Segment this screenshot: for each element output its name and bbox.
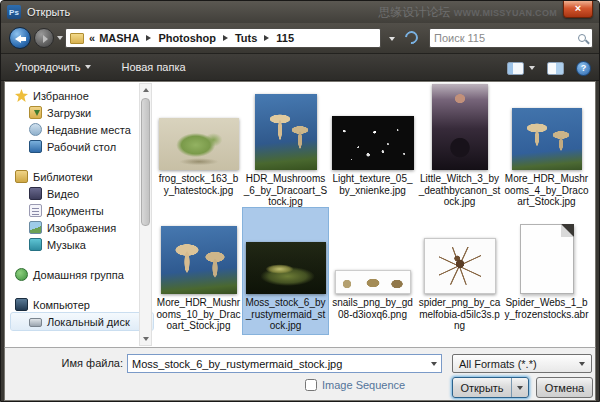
image-sequence-label: Image Sequence [322, 379, 405, 391]
file-thumbnail [432, 94, 488, 170]
search-box[interactable] [429, 28, 593, 48]
folder-icon [70, 33, 84, 44]
breadcrumb-item[interactable]: 115 [276, 32, 294, 44]
file-item[interactable]: HDR_Mushrooms_6_by_Dracoart_Stock.jpg [243, 94, 328, 208]
search-input[interactable] [434, 32, 578, 44]
close-button[interactable]: × [563, 1, 593, 18]
breadcrumb-prefix: « [89, 32, 95, 44]
file-thumbnail [424, 208, 496, 294]
dialog-footer: Имя файла: All Formats (*.*) Image Seque… [4, 347, 596, 401]
file-item[interactable]: Spider_Webs_1_by_frozenstocks.abr [504, 208, 589, 334]
back-arrow-stem [20, 37, 26, 41]
open-split-dropdown[interactable] [511, 378, 528, 397]
desktop-icon [29, 140, 42, 153]
video-icon [29, 187, 42, 200]
format-value: All Formats (*.*) [459, 358, 537, 370]
sidebar-item-label: Рабочий стол [47, 141, 116, 153]
file-thumbnail [512, 94, 582, 170]
sidebar-item-libraries[interactable]: Библиотеки [11, 168, 153, 185]
new-folder-label: Новая папка [121, 61, 185, 73]
sidebar-list: ИзбранноеЗагрузкиНедавние местаРабочий с… [5, 82, 153, 347]
command-toolbar: Упорядочить Новая папка ? [1, 53, 599, 81]
open-button-label: Открыть [453, 382, 511, 394]
sidebar-item-music[interactable]: Музыка [11, 236, 153, 253]
sidebar-item-video[interactable]: Видео [11, 185, 153, 202]
refresh-icon[interactable] [402, 28, 420, 46]
sidebar-item-documents[interactable]: Документы [11, 202, 153, 219]
sidebar-item-label: Загрузки [47, 107, 91, 119]
breadcrumb-separator-icon[interactable] [146, 35, 151, 41]
filename-dropdown-icon[interactable] [426, 355, 441, 372]
filename-field [127, 354, 442, 373]
sidebar-item-homegroup[interactable]: Домашняя группа [11, 266, 153, 283]
sidebar-item-label: Локальный диск [47, 316, 130, 328]
forward-button[interactable] [34, 28, 54, 48]
scroll-up-icon[interactable] [140, 84, 151, 96]
file-item[interactable]: frog_stock_163_by_hatestock.jpg [156, 94, 241, 208]
scrollbar-thumb[interactable] [141, 98, 150, 226]
new-folder-button[interactable]: Новая папка [113, 57, 193, 77]
format-select[interactable]: All Formats (*.*) [452, 354, 592, 373]
file-item[interactable]: More_HDR_Mushrooms_10_by_Dracoart_Stock.… [156, 208, 241, 334]
file-item[interactable]: Light_texture_05_by_xnienke.jpg [330, 94, 415, 208]
thumbnail-image [246, 242, 326, 294]
file-name: frog_stock_163_by_hatestock.jpg [157, 173, 241, 196]
sidebar-scrollbar[interactable] [139, 83, 152, 346]
file-item[interactable]: snails_png_by_gd08-d3ioxq6.png [330, 208, 415, 334]
organize-label: Упорядочить [15, 61, 80, 73]
toolbar-right-icons: ? [507, 54, 591, 82]
preview-pane-icon[interactable] [547, 62, 564, 75]
breadcrumb-item[interactable]: Tuts [235, 32, 257, 44]
libraries-icon [15, 170, 28, 183]
scroll-down-icon[interactable] [140, 333, 151, 345]
file-item[interactable]: Moss_stock_6_by_rustymermaid_stock.jpg [243, 208, 328, 334]
file-item[interactable]: More_HDR_Mushrooms_4_by_Dracoart_Stock.j… [504, 94, 589, 208]
sidebar-item-favorites[interactable]: Избранное [11, 87, 153, 104]
cancel-button[interactable]: Отмена [536, 377, 593, 398]
sidebar-item-label: Документы [47, 205, 104, 217]
views-dropdown-icon[interactable] [529, 66, 535, 70]
sidebar-item-disk[interactable]: Локальный диск [11, 313, 153, 330]
breadcrumb-item[interactable]: Photoshop [158, 32, 215, 44]
sidebar-item-desktop[interactable]: Рабочий стол [11, 138, 153, 155]
sidebar-item-downloads[interactable]: Загрузки [11, 104, 153, 121]
views-icon[interactable] [507, 62, 524, 75]
sidebar-item-pictures[interactable]: Изображения [11, 219, 153, 236]
file-thumbnail [246, 208, 326, 294]
dialog-content: ИзбранноеЗагрузкиНедавние местаРабочий с… [4, 81, 596, 347]
file-name: More_HDR_Mushrooms_10_by_Dracoart_Stock.… [157, 297, 241, 332]
thumbnail-image [520, 224, 574, 294]
thumbnail-image [255, 94, 317, 170]
watermark: 思缘设计论坛 WWW.MISSYUAN.COM [378, 4, 557, 21]
sidebar-item-recent[interactable]: Недавние места [11, 121, 153, 138]
address-bar[interactable]: «MASHAPhotoshopTuts115 [65, 28, 381, 48]
back-button[interactable] [9, 27, 31, 49]
filename-input[interactable] [128, 358, 426, 370]
search-icon [578, 34, 586, 42]
filename-label: Имя файла: [23, 357, 123, 369]
open-dialog: Ps Открыть 思缘设计论坛 WWW.MISSYUAN.COM × «MA… [0, 0, 600, 402]
favorites-icon [15, 89, 28, 102]
breadcrumb-item[interactable]: MASHA [99, 32, 139, 44]
file-name: Spider_Webs_1_by_frozenstocks.abr [505, 297, 589, 320]
image-sequence-checkbox[interactable] [305, 379, 317, 391]
organize-button[interactable]: Упорядочить [7, 57, 99, 77]
open-button[interactable]: Открыть [452, 377, 529, 398]
file-thumbnail [332, 94, 414, 170]
sidebar-item-label: Музыка [47, 239, 86, 251]
thumbnail-image [161, 226, 237, 294]
file-item[interactable]: Little_Witch_3_by_deathbycanon_stock.jpg [417, 94, 502, 208]
breadcrumb-separator-icon[interactable] [264, 35, 269, 41]
file-item[interactable]: spider_png_by_camelfobia-d5ilc3s.png [417, 208, 502, 334]
file-name: snails_png_by_gd08-d3ioxq6.png [331, 297, 415, 320]
breadcrumb: «MASHAPhotoshopTuts115 [89, 32, 294, 44]
address-dropdown-icon[interactable] [389, 37, 395, 41]
file-thumbnail [159, 94, 239, 170]
pictures-icon [29, 221, 42, 234]
history-dropdown-icon[interactable] [57, 36, 63, 40]
breadcrumb-separator-icon[interactable] [223, 35, 228, 41]
watermark-url-text: WWW.MISSYUAN.COM [454, 8, 557, 18]
sidebar-item-computer[interactable]: Компьютер [11, 296, 153, 313]
thumbnail-image [159, 118, 239, 170]
help-icon[interactable]: ? [576, 61, 591, 76]
